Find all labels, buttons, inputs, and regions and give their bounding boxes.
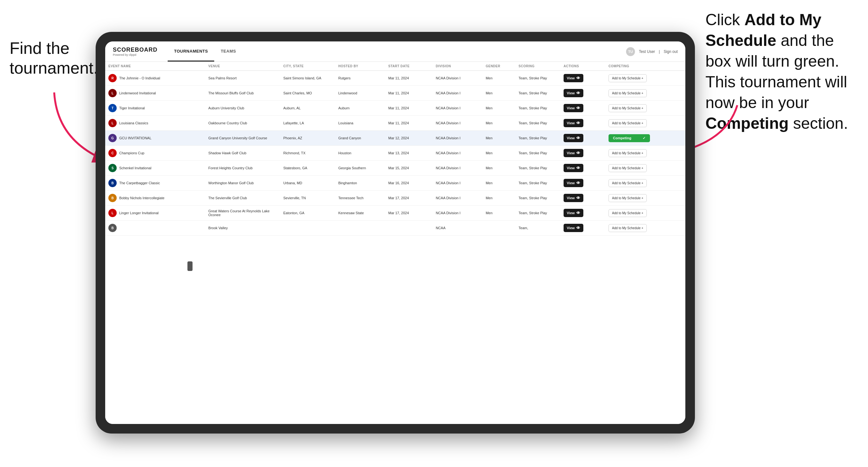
team-logo: G (108, 134, 117, 142)
table-header-row: EVENT NAME VENUE CITY, STATE HOSTED BY S… (105, 62, 685, 71)
view-button[interactable]: View 👁 (564, 194, 583, 202)
add-to-schedule-button[interactable]: Add to My Schedule + (609, 104, 647, 112)
nav-tab-teams[interactable]: TEAMS (214, 41, 242, 62)
add-to-schedule-button[interactable]: Add to My Schedule + (609, 164, 647, 172)
user-avatar: TU (626, 47, 635, 56)
col-header-event: EVENT NAME (105, 62, 205, 71)
scoring-cell: Team, Stroke Play (516, 176, 560, 191)
venue-cell: Sea Palms Resort (205, 71, 280, 86)
view-button[interactable]: View 👁 (564, 89, 583, 97)
city-cell: Phoenix, AZ (280, 131, 335, 146)
eye-icon: 👁 (576, 181, 580, 185)
event-name: Bobby Nichols Intercollegiate (119, 196, 164, 200)
team-logo: L (108, 119, 117, 127)
date-cell: Mar 11, 2024 (385, 116, 433, 131)
competing-cell: Add to My Schedule + (605, 161, 685, 176)
table-row: L Linger Longer Invitational Great Water… (105, 206, 685, 221)
division-cell: NCAA Division I (433, 71, 483, 86)
add-to-schedule-button[interactable]: Add to My Schedule + (609, 119, 647, 127)
gender-cell: Men (483, 146, 516, 161)
view-button[interactable]: View 👁 (564, 164, 583, 172)
logo-title: SCOREBOARD (113, 46, 157, 53)
event-name-cell: L Linger Longer Invitational (105, 206, 205, 221)
event-name: The Carpetbagger Classic (119, 181, 160, 185)
col-header-venue: VENUE (205, 62, 280, 71)
actions-cell: View 👁 (560, 71, 605, 86)
eye-icon: 👁 (576, 121, 580, 125)
table-row: R The Johnnie - O Individual Sea Palms R… (105, 71, 685, 86)
scoring-cell: Team, Stroke Play (516, 161, 560, 176)
add-to-schedule-button[interactable]: Add to My Schedule + (609, 224, 647, 232)
table-row: C Champions Cup Shadow Hawk Golf ClubRic… (105, 146, 685, 161)
logo-subtitle: Powered by clippd (113, 53, 157, 56)
checkmark-icon: ✓ (643, 136, 646, 140)
gender-cell: Men (483, 101, 516, 116)
city-cell: Eatonton, GA (280, 206, 335, 221)
table-row: B The Carpetbagger Classic Worthington M… (105, 176, 685, 191)
nav-tab-tournaments[interactable]: TOURNAMENTS (168, 41, 214, 62)
hosted-by-cell: Kennesaw State (335, 206, 385, 221)
col-header-scoring: SCORING (516, 62, 560, 71)
competing-button[interactable]: Competing ✓ (609, 134, 650, 142)
col-header-date: START DATE (385, 62, 433, 71)
event-name-cell: B The Carpetbagger Classic (105, 176, 205, 191)
city-cell: Saint Charles, MO (280, 86, 335, 101)
view-button[interactable]: View 👁 (564, 134, 583, 142)
gender-cell: Men (483, 206, 516, 221)
city-cell: Urbana, MD (280, 176, 335, 191)
gender-cell: Men (483, 161, 516, 176)
add-to-schedule-button[interactable]: Add to My Schedule + (609, 179, 647, 187)
add-to-schedule-button[interactable]: Add to My Schedule + (609, 209, 647, 217)
view-button[interactable]: View 👁 (564, 119, 583, 127)
sign-out-link[interactable]: Sign out (664, 50, 678, 54)
eye-icon: 👁 (576, 91, 580, 95)
event-name-cell: L Louisiana Classics (105, 116, 205, 131)
venue-cell: Grand Canyon University Golf Course (205, 131, 280, 146)
event-name-cell: G GCU INVITATIONAL (105, 131, 205, 146)
division-cell: NCAA Division I (433, 146, 483, 161)
scoring-cell: Team, Stroke Play (516, 146, 560, 161)
gender-cell: Men (483, 176, 516, 191)
division-cell: NCAA Division I (433, 131, 483, 146)
actions-cell: View 👁 (560, 146, 605, 161)
table-row: G GCU INVITATIONAL Grand Canyon Universi… (105, 131, 685, 146)
table-row: L Louisiana Classics Oakbourne Country C… (105, 116, 685, 131)
view-button[interactable]: View 👁 (564, 179, 583, 187)
view-button[interactable]: View 👁 (564, 224, 583, 232)
team-logo: L (108, 89, 117, 97)
venue-cell: Brook Valley (205, 221, 280, 236)
eye-icon: 👁 (576, 166, 580, 170)
date-cell: Mar 11, 2024 (385, 86, 433, 101)
venue-cell: Oakbourne Country Club (205, 116, 280, 131)
add-to-schedule-button[interactable]: Add to My Schedule + (609, 194, 647, 202)
event-name-cell: C Champions Cup (105, 146, 205, 161)
event-name: Louisiana Classics (119, 121, 148, 125)
add-to-schedule-button[interactable]: Add to My Schedule + (609, 74, 647, 82)
view-button[interactable]: View 👁 (564, 149, 583, 157)
date-cell: Mar 11, 2024 (385, 71, 433, 86)
scoring-cell: Team, Stroke Play (516, 101, 560, 116)
view-button[interactable]: View 👁 (564, 104, 583, 112)
division-cell: NCAA Division I (433, 206, 483, 221)
add-to-schedule-button[interactable]: Add to My Schedule + (609, 89, 647, 97)
team-logo: S (108, 164, 117, 172)
view-button[interactable]: View 👁 (564, 209, 583, 217)
eye-icon: 👁 (576, 151, 580, 155)
gender-cell: Men (483, 71, 516, 86)
scoring-cell: Team, Stroke Play (516, 191, 560, 206)
view-button[interactable]: View 👁 (564, 74, 583, 82)
hosted-by-cell: Georgia Southern (335, 161, 385, 176)
col-header-gender: GENDER (483, 62, 516, 71)
eye-icon: 👁 (576, 136, 580, 140)
scoring-cell: Team, (516, 221, 560, 236)
actions-cell: View 👁 (560, 221, 605, 236)
hosted-by-cell: Lindenwood (335, 86, 385, 101)
scoreboard-logo: SCOREBOARD Powered by clippd (113, 46, 157, 56)
tablet-frame: SCOREBOARD Powered by clippd TOURNAMENTS… (96, 32, 695, 434)
venue-cell: Great Waters Course At Reynolds Lake Oco… (205, 206, 280, 221)
competing-cell: Add to My Schedule + (605, 206, 685, 221)
table-body: R The Johnnie - O Individual Sea Palms R… (105, 71, 685, 236)
event-name: Champions Cup (119, 151, 145, 155)
hosted-by-cell: Tennessee Tech (335, 191, 385, 206)
add-to-schedule-button[interactable]: Add to My Schedule + (609, 149, 647, 157)
